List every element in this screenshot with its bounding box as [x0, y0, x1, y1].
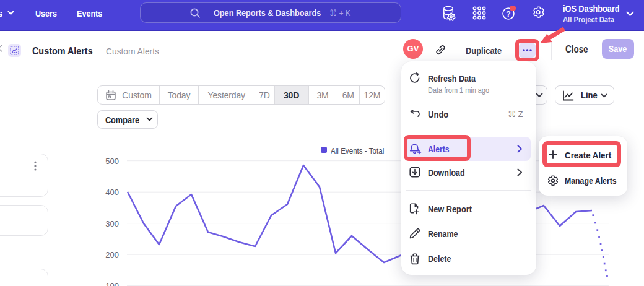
svg-text:?: ? [506, 10, 510, 19]
